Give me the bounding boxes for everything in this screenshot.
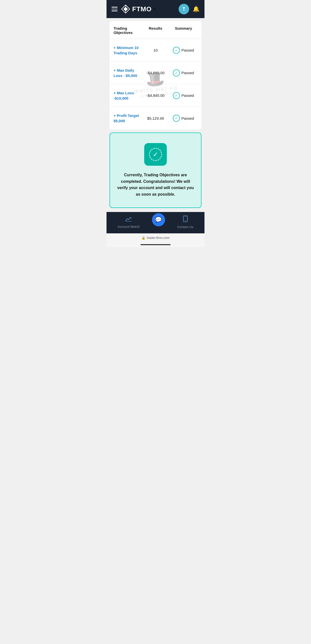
col-header-objectives: Trading Objectives <box>114 26 141 35</box>
check-icon: ✓ <box>173 47 180 54</box>
lock-icon: 🔒 <box>141 236 145 240</box>
ftmo-logo-icon <box>121 5 130 14</box>
objective-max-loss[interactable]: + Max Loss -$10,000 <box>114 90 141 101</box>
home-indicator-bar <box>140 244 171 245</box>
hamburger-menu[interactable] <box>112 7 118 11</box>
success-check-icon: ✓ <box>149 148 162 161</box>
url-text: trader.ftmo.com <box>147 236 170 240</box>
trading-objectives-card: Trading Objectives Results Summary 🎩 WHI… <box>110 21 201 130</box>
nav-item-contact-us[interactable]: Contact Us <box>177 216 193 229</box>
url-bar: 🔒 trader.ftmo.com <box>107 233 204 242</box>
svg-marker-1 <box>123 7 128 11</box>
header-right: T 🔔 <box>179 4 199 14</box>
result-max-loss: -$4,845.00 <box>141 93 169 98</box>
objective-profit-target[interactable]: + Profit Target $5,000 <box>114 113 141 123</box>
result-profit-target: $5,129.49 <box>141 116 169 120</box>
table-body: 🎩 WHITE HAT FX @WHITEHATFX + Minimum 10 … <box>110 39 201 130</box>
nav-label-account-metrix: Account MetriX <box>118 225 140 229</box>
check-icon: ✓ <box>173 69 180 76</box>
summary-max-daily-loss: ✓ Passed <box>170 69 197 76</box>
app-header: FTMO® T 🔔 <box>107 0 204 18</box>
table-row: + Max Loss -$10,000 -$4,845.00 ✓ Passed <box>110 84 201 107</box>
chart-line-icon <box>125 216 132 223</box>
passed-label: Passed <box>181 48 194 52</box>
logo-reg: ® <box>154 8 156 11</box>
success-card: ✓ Currently, Trading Objectives are comp… <box>110 133 201 208</box>
summary-profit-target: ✓ Passed <box>170 115 197 122</box>
chat-fab-button[interactable]: 💬 <box>152 213 165 226</box>
objective-min-trading-days[interactable]: + Minimum 10 Trading Days <box>114 45 141 56</box>
result-max-daily-loss: -$4,690.00 <box>141 71 169 75</box>
notification-bell-icon[interactable]: 🔔 <box>193 6 199 12</box>
chat-dots-icon: 💬 <box>155 217 162 223</box>
ftmo-logo-text: FTMO <box>132 5 152 13</box>
success-message: Currently, Trading Objectives are comple… <box>116 172 195 197</box>
result-min-trading-days: 10 <box>141 48 169 52</box>
objective-max-daily-loss[interactable]: + Max Daily Loss - $5,000 <box>114 68 141 78</box>
header-left: FTMO® <box>112 5 156 14</box>
table-header: Trading Objectives Results Summary <box>110 21 201 39</box>
col-header-results: Results <box>141 26 169 35</box>
passed-label: Passed <box>181 116 194 120</box>
success-icon-box: ✓ <box>144 143 167 166</box>
table-row: + Minimum 10 Trading Days 10 ✓ Passed <box>110 39 201 62</box>
home-indicator <box>107 242 204 247</box>
summary-max-loss: ✓ Passed <box>170 92 197 99</box>
table-row: + Max Daily Loss - $5,000 -$4,690.00 ✓ P… <box>110 62 201 84</box>
col-header-summary: Summary <box>170 26 197 35</box>
table-row: + Profit Target $5,000 $5,129.49 ✓ Passe… <box>110 107 201 130</box>
logo-area: FTMO® <box>121 5 156 14</box>
user-avatar[interactable]: T <box>179 4 189 14</box>
svg-point-6 <box>185 221 186 221</box>
svg-rect-4 <box>126 221 132 222</box>
bottom-navigation: Account MetriX 💬 Contact Us <box>107 212 204 233</box>
summary-min-trading-days: ✓ Passed <box>170 47 197 54</box>
svg-rect-7 <box>184 217 186 217</box>
nav-item-account-metrix[interactable]: Account MetriX <box>118 216 140 229</box>
passed-label: Passed <box>181 71 194 75</box>
check-icon: ✓ <box>173 115 180 122</box>
check-icon: ✓ <box>173 92 180 99</box>
nav-label-contact-us: Contact Us <box>177 225 193 229</box>
phone-icon <box>183 216 188 224</box>
passed-label: Passed <box>181 93 194 98</box>
